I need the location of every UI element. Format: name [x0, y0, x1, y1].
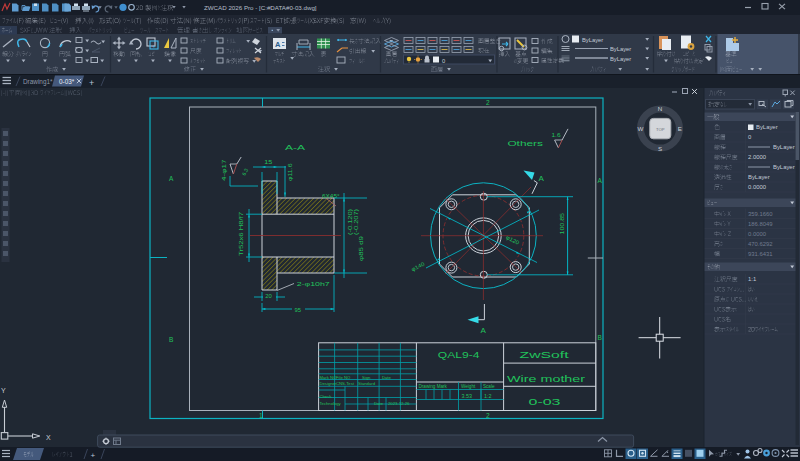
svg-text:3.53: 3.53: [462, 393, 473, 399]
svg-text:ByLayer: ByLayer: [610, 56, 631, 62]
svg-text:ByLayer: ByLayer: [773, 164, 795, 170]
svg-text:CNS-Test: CNS-Test: [336, 381, 355, 386]
svg-text:359.1660: 359.1660: [748, 211, 773, 217]
svg-text:+: +: [89, 78, 94, 88]
svg-text:Sign: Sign: [362, 375, 371, 380]
svg-text:Check: Check: [320, 394, 333, 399]
svg-text:ByLayer: ByLayer: [756, 124, 778, 130]
svg-text:E: E: [678, 125, 682, 132]
svg-text:B: B: [598, 334, 602, 341]
svg-text:X: X: [46, 434, 51, 441]
svg-text:Technology: Technology: [320, 401, 342, 406]
svg-text:Date: Date: [382, 375, 392, 380]
svg-text:A-A: A-A: [285, 143, 306, 152]
svg-text:φ11.6: φ11.6: [287, 164, 293, 182]
svg-text:Others: Others: [507, 139, 543, 148]
svg-text:A: A: [481, 326, 487, 335]
svg-text:0: 0: [442, 58, 445, 64]
svg-text:2: 2: [486, 412, 490, 419]
svg-text:(-0.207): (-0.207): [354, 208, 359, 235]
svg-text:0.0000: 0.0000: [748, 184, 767, 190]
svg-text:0.0000: 0.0000: [748, 231, 767, 237]
svg-text:15: 15: [264, 159, 273, 165]
svg-text:0-03*: 0-03*: [59, 78, 75, 85]
svg-text:ByLayer: ByLayer: [748, 174, 770, 180]
svg-text:Date: Date: [374, 401, 384, 406]
svg-text:+: +: [153, 43, 156, 49]
svg-text:Tr52x6 H8/f7: Tr52x6 H8/f7: [238, 212, 244, 256]
svg-text:100.85: 100.85: [559, 213, 565, 235]
svg-text:Weight: Weight: [461, 384, 476, 389]
svg-text:186.8049: 186.8049: [748, 221, 773, 227]
svg-text:ByLayer: ByLayer: [773, 144, 795, 150]
svg-text:Designer: Designer: [320, 381, 337, 386]
svg-text:Mark NO: Mark NO: [320, 375, 337, 380]
svg-text:+: +: [91, 451, 96, 460]
svg-text:QAL9-4: QAL9-4: [438, 350, 480, 360]
svg-text:2.0000: 2.0000: [748, 154, 767, 160]
svg-text:A: A: [275, 40, 281, 49]
svg-text:1.6: 1.6: [552, 132, 561, 138]
svg-text:2023-12-26: 2023-12-26: [388, 401, 410, 406]
svg-text:Drawing Mark: Drawing Mark: [419, 384, 448, 389]
svg-text:N: N: [658, 105, 662, 112]
svg-text:Wire mother: Wire mother: [507, 374, 585, 384]
svg-text:φ85 d9: φ85 d9: [358, 236, 364, 261]
svg-text:TOP: TOP: [656, 127, 665, 132]
svg-text:B: B: [169, 336, 173, 343]
svg-text:A: A: [539, 174, 545, 183]
svg-text:Y: Y: [1, 387, 6, 394]
svg-text:S: S: [658, 145, 662, 152]
svg-text:Drawing1*: Drawing1*: [23, 78, 53, 86]
svg-text:1:1: 1:1: [748, 276, 756, 282]
svg-text:1: 1: [259, 412, 263, 419]
svg-text:W: W: [638, 125, 644, 132]
svg-text:95: 95: [295, 307, 302, 313]
svg-text:931.6431: 931.6431: [748, 251, 773, 257]
svg-text:20: 20: [265, 293, 272, 299]
svg-text:2: 2: [486, 99, 490, 106]
svg-text:470.6292: 470.6292: [748, 241, 773, 247]
svg-text:(-0.120): (-0.120): [348, 208, 353, 235]
svg-text:A: A: [169, 175, 174, 182]
svg-text:4-φ17: 4-φ17: [221, 160, 227, 182]
svg-text:File NO: File NO: [336, 375, 351, 380]
svg-text:ZwSoft: ZwSoft: [520, 350, 570, 360]
svg-text:ByLayer: ByLayer: [610, 46, 631, 52]
svg-text:1:2: 1:2: [484, 393, 492, 399]
svg-text:Standard: Standard: [358, 381, 376, 386]
svg-text:ZWCAD 2026 Pro - [C:#DATA#0-03: ZWCAD 2026 Pro - [C:#DATA#0-03.dwg]: [204, 4, 317, 11]
svg-text:ByLayer: ByLayer: [582, 37, 603, 43]
svg-text:Scale: Scale: [483, 384, 495, 389]
svg-text:2-φ10h7: 2-φ10h7: [297, 281, 331, 287]
svg-text:0-03: 0-03: [529, 397, 562, 407]
svg-text:A: A: [598, 177, 603, 184]
